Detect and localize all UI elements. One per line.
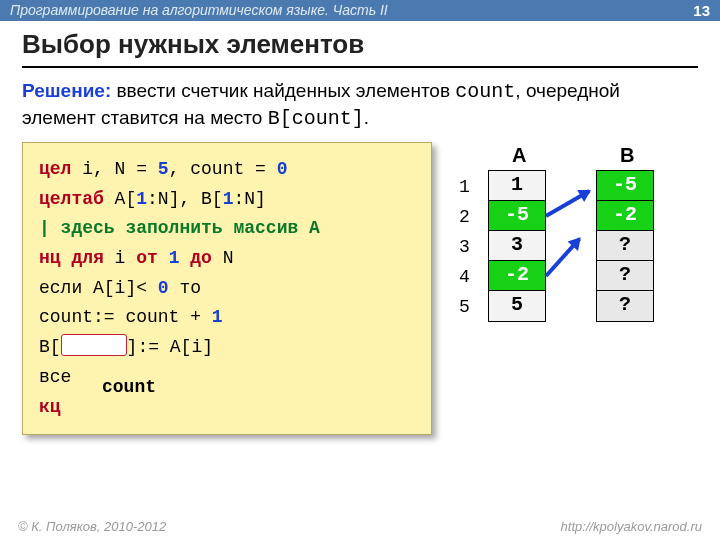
code-line: целтаб A[1:N], B[1:N] bbox=[39, 185, 415, 215]
code-block: цел i, N = 5, count = 0 целтаб A[1:N], B… bbox=[22, 142, 432, 435]
array-b: -5-2??? bbox=[596, 170, 654, 322]
main-row: цел i, N = 5, count = 0 целтаб A[1:N], B… bbox=[22, 142, 698, 435]
code-line: если A[i]< 0 то bbox=[39, 274, 415, 304]
array-cell: -5 bbox=[597, 171, 653, 201]
array-cell: ? bbox=[597, 291, 653, 321]
page-title: Выбор нужных элементов bbox=[22, 29, 698, 68]
description: Решение: ввести счетчик найденных элемен… bbox=[22, 78, 698, 132]
topbar: Программирование на алгоритмическом язык… bbox=[0, 0, 720, 21]
index-cell: 4 bbox=[459, 262, 470, 292]
index-column: 1 2 3 4 5 bbox=[459, 172, 470, 322]
copyright: © К. Поляков, 2010-2012 bbox=[18, 519, 166, 534]
desc-keyword: Решение: bbox=[22, 80, 111, 101]
index-cell: 2 bbox=[459, 202, 470, 232]
code-line: B[]:= A[i] bbox=[39, 333, 415, 363]
array-cell: 1 bbox=[489, 171, 545, 201]
index-cell: 3 bbox=[459, 232, 470, 262]
array-cell: -2 bbox=[597, 201, 653, 231]
array-cell: ? bbox=[597, 261, 653, 291]
code-line: цел i, N = 5, count = 0 bbox=[39, 155, 415, 185]
arrays-diagram: A B 1 2 3 4 5 1-53-25 -5-2??? bbox=[454, 142, 684, 435]
slide-content: Выбор нужных элементов Решение: ввести с… bbox=[0, 21, 720, 435]
array-cell: ? bbox=[597, 231, 653, 261]
footer-url: http://kpolyakov.narod.ru bbox=[561, 519, 702, 534]
code-line: count:= count + 1 bbox=[39, 303, 415, 333]
code-line: все bbox=[39, 363, 415, 393]
array-a: 1-53-25 bbox=[488, 170, 546, 322]
arrow-icon bbox=[545, 238, 581, 278]
course-name: Программирование на алгоритмическом язык… bbox=[10, 2, 388, 19]
code-line: кц bbox=[39, 393, 415, 423]
array-cell: 3 bbox=[489, 231, 545, 261]
index-cell: 5 bbox=[459, 292, 470, 322]
count-overlay: count bbox=[101, 378, 157, 396]
code-line: | здесь заполнить массив A bbox=[39, 214, 415, 244]
arrow-icon bbox=[545, 189, 590, 217]
blank-box bbox=[61, 334, 127, 356]
index-cell: 1 bbox=[459, 172, 470, 202]
code-line: нц для i от 1 до N bbox=[39, 244, 415, 274]
array-cell: -2 bbox=[489, 261, 545, 291]
array-cell: 5 bbox=[489, 291, 545, 321]
footer: © К. Поляков, 2010-2012 http://kpolyakov… bbox=[0, 519, 720, 534]
array-a-label: A bbox=[512, 144, 526, 167]
array-cell: -5 bbox=[489, 201, 545, 231]
array-b-label: B bbox=[620, 144, 634, 167]
page-number: 13 bbox=[693, 2, 710, 19]
